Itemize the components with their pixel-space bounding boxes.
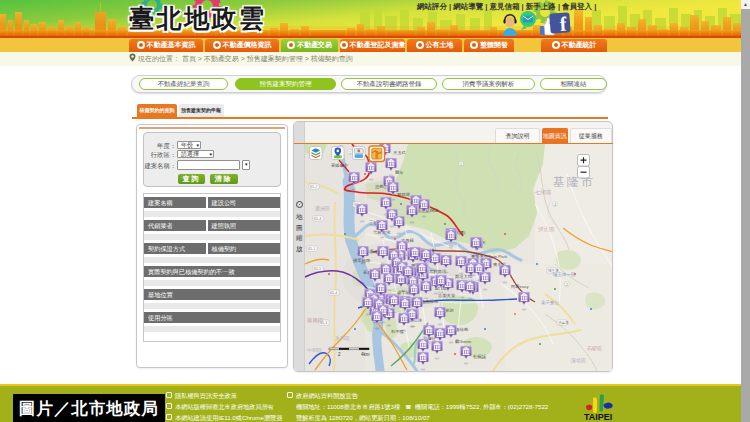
svg-text:基隆麗方: 基隆麗方	[331, 163, 349, 168]
svg-text:板橋區: 板橋區	[306, 317, 324, 323]
svg-text:2: 2	[566, 283, 568, 287]
svg-text:瑞五路一段: 瑞五路一段	[552, 271, 576, 277]
svg-text:蘆洲區: 蘆洲區	[315, 205, 330, 212]
svg-text:麟Green: 麟Green	[455, 339, 472, 344]
svg-text:姜子寮山: 姜子寮山	[541, 300, 559, 305]
svg-text:TAIPEI: TAIPEI	[584, 412, 612, 422]
svg-text:5: 5	[460, 163, 462, 167]
svg-text:豐年: 豐年	[395, 170, 404, 175]
svg-text:65-4: 65-4	[314, 217, 321, 221]
svg-text:杜橋誠: 杜橋誠	[473, 354, 487, 359]
svg-text:民夢easy: 民夢easy	[511, 284, 530, 289]
svg-text:天玉緹: 天玉緹	[393, 150, 407, 155]
svg-text:65-4: 65-4	[330, 291, 337, 295]
svg-text:4km: 4km	[361, 352, 370, 357]
svg-text:65-2: 65-2	[310, 185, 317, 189]
svg-text:65-1: 65-1	[308, 247, 315, 251]
svg-text:65-5: 65-5	[314, 267, 321, 271]
svg-text:深坑區: 深坑區	[571, 357, 586, 364]
svg-text:3: 3	[554, 203, 556, 207]
svg-text:汐止區: 汐止區	[538, 226, 555, 232]
svg-text:琶琵湖: 琶琵湖	[397, 192, 410, 197]
svg-text:元利森活: 元利森活	[429, 269, 447, 274]
svg-text:汐碇路: 汐碇路	[558, 320, 569, 325]
svg-text:石碇區: 石碇區	[587, 345, 602, 352]
svg-text:1: 1	[349, 151, 351, 155]
svg-text:永和區: 永和區	[335, 335, 350, 341]
svg-text:七堵區: 七堵區	[535, 189, 552, 195]
svg-text:中和區: 中和區	[307, 347, 322, 353]
